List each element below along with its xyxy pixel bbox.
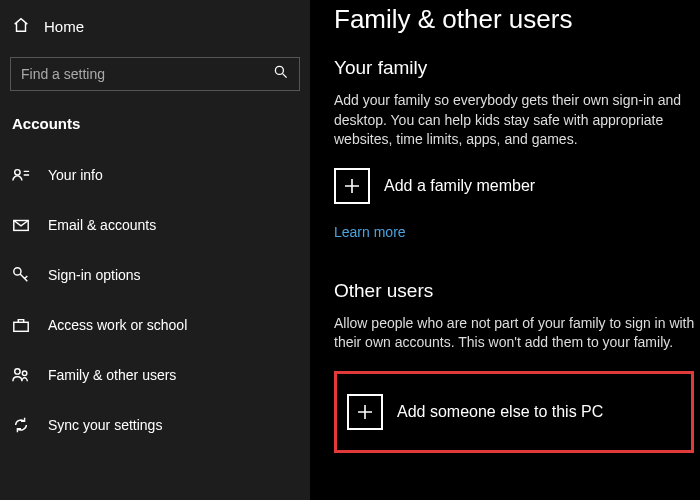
person-card-icon (12, 166, 30, 184)
key-icon (12, 266, 30, 284)
search-input[interactable]: Find a setting (10, 57, 300, 91)
other-users-heading: Other users (334, 280, 700, 302)
add-family-label: Add a family member (384, 177, 535, 195)
add-other-user-button[interactable]: Add someone else to this PC (347, 394, 681, 430)
svg-rect-4 (14, 322, 28, 331)
highlight-annotation: Add someone else to this PC (334, 371, 694, 453)
svg-point-6 (22, 371, 27, 376)
sidebar-item-signin[interactable]: Sign-in options (0, 256, 310, 294)
search-placeholder: Find a setting (21, 66, 105, 82)
briefcase-icon (12, 316, 30, 334)
svg-point-0 (275, 66, 283, 74)
sidebar-item-label: Your info (48, 167, 103, 183)
svg-point-3 (14, 268, 21, 275)
page-title: Family & other users (334, 4, 700, 35)
sidebar-item-label: Sign-in options (48, 267, 141, 283)
plus-icon (334, 168, 370, 204)
main-panel: Family & other users Your family Add you… (310, 0, 700, 500)
svg-point-1 (15, 170, 20, 175)
learn-more-link[interactable]: Learn more (334, 224, 406, 240)
sidebar-item-email[interactable]: Email & accounts (0, 206, 310, 244)
sidebar-item-sync[interactable]: Sync your settings (0, 406, 310, 444)
svg-point-5 (15, 369, 20, 374)
sidebar-item-label: Family & other users (48, 367, 176, 383)
sync-icon (12, 416, 30, 434)
add-other-label: Add someone else to this PC (397, 403, 603, 421)
family-heading: Your family (334, 57, 700, 79)
settings-sidebar: Home Find a setting Accounts Your info E… (0, 0, 310, 500)
sidebar-item-label: Access work or school (48, 317, 187, 333)
sidebar-item-work[interactable]: Access work or school (0, 306, 310, 344)
sidebar-item-label: Sync your settings (48, 417, 162, 433)
people-icon (12, 366, 30, 384)
home-button[interactable]: Home (0, 10, 310, 43)
home-icon (12, 16, 30, 37)
plus-icon (347, 394, 383, 430)
family-description: Add your family so everybody gets their … (334, 91, 700, 150)
home-label: Home (44, 18, 84, 35)
category-heading: Accounts (0, 109, 310, 156)
add-family-member-button[interactable]: Add a family member (334, 168, 700, 204)
mail-icon (12, 216, 30, 234)
other-users-description: Allow people who are not part of your fa… (334, 314, 700, 353)
sidebar-item-family[interactable]: Family & other users (0, 356, 310, 394)
search-icon (273, 64, 289, 84)
sidebar-item-your-info[interactable]: Your info (0, 156, 310, 194)
sidebar-item-label: Email & accounts (48, 217, 156, 233)
